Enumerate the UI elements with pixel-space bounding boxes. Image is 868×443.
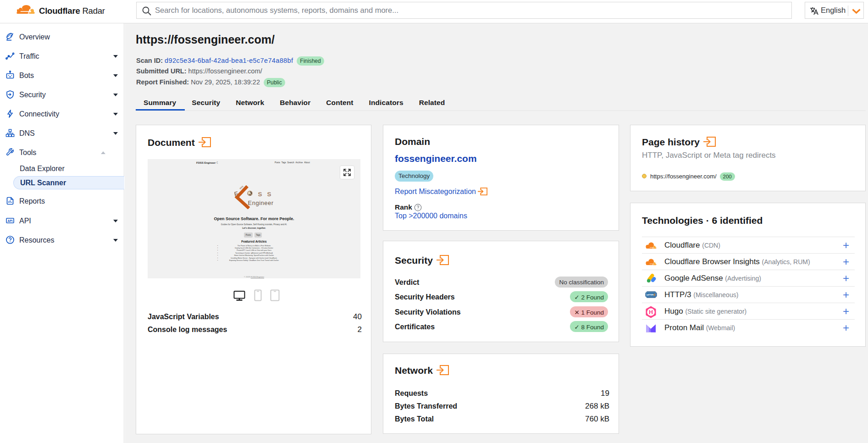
svg-text:3: 3 (653, 293, 655, 296)
svg-text:H: H (649, 309, 653, 316)
svg-text:HTTP/: HTTP/ (647, 293, 654, 296)
svg-text:API: API (8, 219, 13, 222)
svg-text:S: S (258, 191, 262, 198)
svg-text:S: S (267, 191, 271, 198)
svg-text:Engineer: Engineer (248, 199, 274, 206)
